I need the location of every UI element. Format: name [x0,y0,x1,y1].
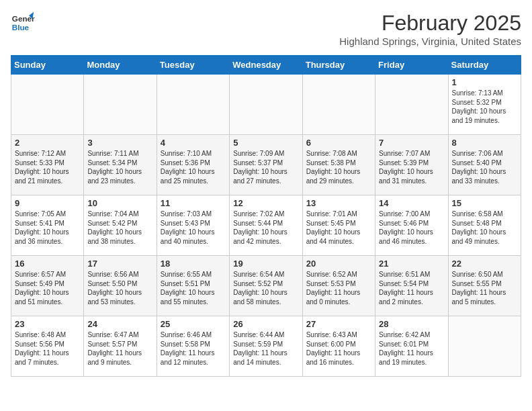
day-info: Sunrise: 6:42 AM Sunset: 6:01 PM Dayligh… [379,330,444,367]
calendar-cell: 6Sunrise: 7:08 AM Sunset: 5:38 PM Daylig… [302,135,375,195]
day-number: 10 [87,198,152,208]
weekday-header-sunday: Sunday [11,56,84,75]
calendar-cell: 27Sunrise: 6:43 AM Sunset: 6:00 PM Dayli… [302,316,375,377]
calendar-cell: 21Sunrise: 6:51 AM Sunset: 5:54 PM Dayli… [375,256,448,316]
weekday-header-friday: Friday [375,56,448,75]
week-row-5: 23Sunrise: 6:48 AM Sunset: 5:56 PM Dayli… [11,316,521,377]
day-number: 1 [452,77,517,87]
calendar-cell: 10Sunrise: 7:04 AM Sunset: 5:42 PM Dayli… [84,195,157,256]
day-info: Sunrise: 6:56 AM Sunset: 5:50 PM Dayligh… [87,270,152,306]
calendar-cell: 11Sunrise: 7:03 AM Sunset: 5:43 PM Dayli… [157,195,229,256]
day-info: Sunrise: 6:54 AM Sunset: 5:52 PM Dayligh… [233,270,298,306]
day-number: 12 [233,198,298,208]
calendar-cell: 14Sunrise: 7:00 AM Sunset: 5:46 PM Dayli… [375,195,448,256]
title-area: February 2025 Highland Springs, Virginia… [339,11,521,47]
day-number: 8 [452,138,517,148]
weekday-header-row: SundayMondayTuesdayWednesdayThursdayFrid… [11,56,521,75]
day-info: Sunrise: 7:13 AM Sunset: 5:32 PM Dayligh… [452,89,517,125]
day-info: Sunrise: 6:58 AM Sunset: 5:48 PM Dayligh… [452,210,517,246]
calendar-cell: 28Sunrise: 6:42 AM Sunset: 6:01 PM Dayli… [375,316,448,377]
calendar-cell [11,75,84,135]
day-number: 13 [306,198,371,208]
day-info: Sunrise: 7:07 AM Sunset: 5:39 PM Dayligh… [379,149,444,185]
day-number: 7 [379,138,444,148]
day-info: Sunrise: 6:55 AM Sunset: 5:51 PM Dayligh… [161,270,226,306]
day-number: 15 [452,198,517,208]
day-number: 24 [87,319,152,329]
day-info: Sunrise: 7:01 AM Sunset: 5:45 PM Dayligh… [306,210,371,246]
calendar-cell: 12Sunrise: 7:02 AM Sunset: 5:44 PM Dayli… [230,195,302,256]
week-row-1: 1Sunrise: 7:13 AM Sunset: 5:32 PM Daylig… [11,75,521,135]
day-number: 9 [15,198,80,208]
day-info: Sunrise: 7:11 AM Sunset: 5:34 PM Dayligh… [87,149,152,185]
calendar-cell: 8Sunrise: 7:06 AM Sunset: 5:40 PM Daylig… [448,135,521,195]
day-info: Sunrise: 6:50 AM Sunset: 5:55 PM Dayligh… [452,270,517,306]
day-number: 16 [15,259,80,269]
calendar-cell: 18Sunrise: 6:55 AM Sunset: 5:51 PM Dayli… [157,256,229,316]
day-info: Sunrise: 7:10 AM Sunset: 5:36 PM Dayligh… [161,149,226,185]
day-number: 14 [379,198,444,208]
day-number: 20 [306,259,371,269]
day-info: Sunrise: 7:04 AM Sunset: 5:42 PM Dayligh… [87,210,152,246]
calendar-cell: 20Sunrise: 6:52 AM Sunset: 5:53 PM Dayli… [302,256,375,316]
day-info: Sunrise: 7:03 AM Sunset: 5:43 PM Dayligh… [161,210,226,246]
calendar-cell [157,75,229,135]
day-info: Sunrise: 6:47 AM Sunset: 5:57 PM Dayligh… [87,330,152,367]
day-info: Sunrise: 6:52 AM Sunset: 5:53 PM Dayligh… [306,270,371,306]
calendar-cell [230,75,302,135]
day-info: Sunrise: 7:12 AM Sunset: 5:33 PM Dayligh… [15,149,80,185]
svg-text:Blue: Blue [12,23,30,32]
week-row-3: 9Sunrise: 7:05 AM Sunset: 5:41 PM Daylig… [11,195,521,256]
calendar-cell: 15Sunrise: 6:58 AM Sunset: 5:48 PM Dayli… [448,195,521,256]
day-info: Sunrise: 6:44 AM Sunset: 5:59 PM Dayligh… [233,330,298,367]
day-info: Sunrise: 6:51 AM Sunset: 5:54 PM Dayligh… [379,270,444,306]
day-number: 21 [379,259,444,269]
calendar-cell: 3Sunrise: 7:11 AM Sunset: 5:34 PM Daylig… [84,135,157,195]
calendar-cell: 7Sunrise: 7:07 AM Sunset: 5:39 PM Daylig… [375,135,448,195]
calendar-cell: 5Sunrise: 7:09 AM Sunset: 5:37 PM Daylig… [230,135,302,195]
logo: General Blue [11,11,35,35]
day-number: 27 [306,319,371,329]
day-number: 19 [233,259,298,269]
calendar-cell: 22Sunrise: 6:50 AM Sunset: 5:55 PM Dayli… [448,256,521,316]
calendar-cell [302,75,375,135]
day-number: 28 [379,319,444,329]
day-number: 25 [161,319,226,329]
calendar-title: February 2025 [339,11,521,36]
day-number: 23 [15,319,80,329]
calendar-cell: 23Sunrise: 6:48 AM Sunset: 5:56 PM Dayli… [11,316,84,377]
calendar-cell [448,316,521,377]
day-info: Sunrise: 6:46 AM Sunset: 5:58 PM Dayligh… [161,330,226,367]
day-info: Sunrise: 6:48 AM Sunset: 5:56 PM Dayligh… [15,330,80,367]
calendar-subtitle: Highland Springs, Virginia, United State… [339,36,521,47]
day-number: 18 [161,259,226,269]
calendar-cell: 16Sunrise: 6:57 AM Sunset: 5:49 PM Dayli… [11,256,84,316]
day-number: 22 [452,259,517,269]
day-number: 3 [87,138,152,148]
calendar-cell [84,75,157,135]
week-row-2: 2Sunrise: 7:12 AM Sunset: 5:33 PM Daylig… [11,135,521,195]
day-info: Sunrise: 7:02 AM Sunset: 5:44 PM Dayligh… [233,210,298,246]
day-number: 6 [306,138,371,148]
day-number: 17 [87,259,152,269]
calendar-cell: 2Sunrise: 7:12 AM Sunset: 5:33 PM Daylig… [11,135,84,195]
calendar-cell: 13Sunrise: 7:01 AM Sunset: 5:45 PM Dayli… [302,195,375,256]
calendar-cell: 1Sunrise: 7:13 AM Sunset: 5:32 PM Daylig… [448,75,521,135]
day-info: Sunrise: 6:57 AM Sunset: 5:49 PM Dayligh… [15,270,80,306]
day-number: 4 [161,138,226,148]
weekday-header-wednesday: Wednesday [230,56,302,75]
day-number: 2 [15,138,80,148]
day-info: Sunrise: 7:06 AM Sunset: 5:40 PM Dayligh… [452,149,517,185]
logo-icon: General Blue [11,11,35,35]
day-info: Sunrise: 6:43 AM Sunset: 6:00 PM Dayligh… [306,330,371,367]
day-number: 26 [233,319,298,329]
header: General Blue February 2025 Highland Spri… [11,11,521,47]
day-info: Sunrise: 7:00 AM Sunset: 5:46 PM Dayligh… [379,210,444,246]
calendar-cell: 4Sunrise: 7:10 AM Sunset: 5:36 PM Daylig… [157,135,229,195]
week-row-4: 16Sunrise: 6:57 AM Sunset: 5:49 PM Dayli… [11,256,521,316]
day-info: Sunrise: 7:09 AM Sunset: 5:37 PM Dayligh… [233,149,298,185]
calendar-cell: 26Sunrise: 6:44 AM Sunset: 5:59 PM Dayli… [230,316,302,377]
calendar-cell: 9Sunrise: 7:05 AM Sunset: 5:41 PM Daylig… [11,195,84,256]
calendar-table: SundayMondayTuesdayWednesdayThursdayFrid… [11,55,521,377]
day-number: 11 [161,198,226,208]
